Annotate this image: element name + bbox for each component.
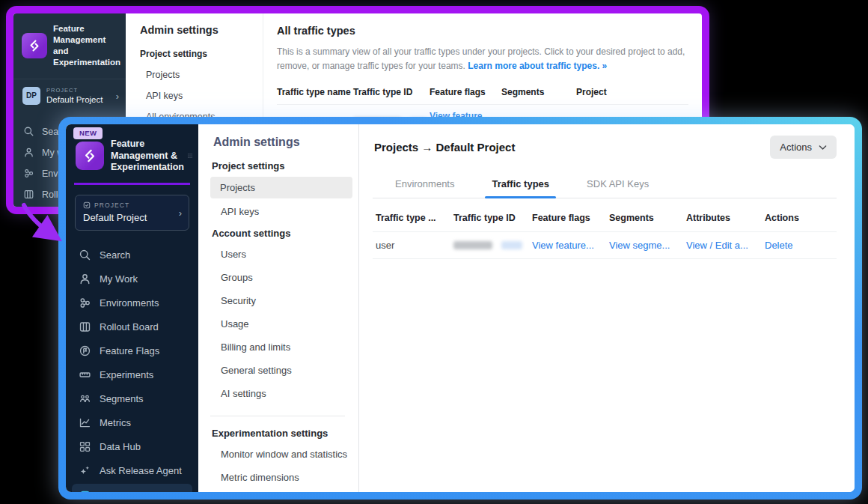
view-feature-flags-link[interactable]: View feature...: [532, 240, 609, 251]
back-project-selector[interactable]: DP PROJECT Default Project ›: [13, 79, 126, 112]
data-hub-icon: [79, 440, 91, 453]
project-initials-badge: DP: [22, 87, 40, 105]
chevron-right-icon: ›: [116, 90, 119, 101]
project-label: PROJECT: [46, 87, 103, 94]
sidebar-item-metrics[interactable]: Metrics: [66, 411, 198, 435]
admin-settings-title: Admin settings: [198, 136, 358, 149]
settings-item-general-settings[interactable]: General settings: [198, 359, 358, 382]
front-content-panel: Projects → Default Project Actions Envir…: [359, 124, 855, 492]
sidebar-item-segments[interactable]: Segments: [66, 387, 198, 411]
foreground-window-frame: NEW Feature Management & Experimentation…: [58, 117, 862, 500]
actions-button[interactable]: Actions: [770, 136, 837, 159]
new-badge: NEW: [73, 127, 103, 139]
tab-bar: Environments Traffic types SDK API Keys: [373, 171, 837, 198]
tab-sdk-api-keys[interactable]: SDK API Keys: [585, 171, 650, 198]
split-logo-icon: [76, 142, 104, 170]
section-account-settings: Account settings: [198, 223, 358, 243]
sidebar-item-ask-release-agent[interactable]: Ask Release Agent: [66, 459, 198, 483]
sidebar-item-rollout-board[interactable]: Rollout Board: [66, 315, 198, 339]
feature-flags-icon: [79, 344, 91, 357]
page-description: This is a summary view of all your traff…: [277, 45, 688, 73]
settings-item-groups[interactable]: Groups: [198, 266, 358, 289]
search-icon: [79, 249, 91, 261]
front-admin-settings-panel: Admin settings Project settings Projects…: [198, 124, 359, 492]
redacted-traffic-id: [453, 241, 532, 249]
traffic-type-name: user: [376, 240, 453, 251]
metrics-icon: [79, 416, 91, 429]
segments-icon: [79, 392, 91, 405]
rollout-board-icon: [79, 321, 91, 333]
app-title: Feature Management and Experimentation: [53, 23, 120, 68]
purple-divider: [74, 183, 190, 185]
settings-item-projects[interactable]: Projects: [126, 64, 263, 85]
settings-item-monitor-window[interactable]: Monitor window and statistics: [198, 443, 358, 466]
admin-settings-title: Admin settings: [126, 24, 263, 36]
chevron-right-icon: ›: [179, 207, 182, 218]
sidebar-item-environments[interactable]: Environments: [66, 291, 198, 315]
back-logo-row: Feature Management and Experimentation: [13, 13, 126, 76]
sidebar-item-experiments[interactable]: Experiments: [66, 363, 198, 387]
table-header-row: Traffic type ... Traffic type ID Feature…: [373, 208, 837, 231]
settings-item-security[interactable]: Security: [198, 289, 358, 312]
settings-item-api-keys[interactable]: API keys: [126, 85, 263, 106]
project-label: PROJECT: [94, 201, 129, 209]
project-name: Default Project: [83, 212, 181, 223]
environments-icon: [23, 168, 34, 179]
section-project-settings: Project settings: [126, 36, 263, 64]
table-row: user View feature... View segme... View …: [373, 231, 837, 259]
page-title: Projects → Default Project: [373, 136, 515, 154]
table-header-row: Traffic type name Traffic type ID Featur…: [277, 81, 688, 104]
annotation-arrow: [15, 199, 72, 247]
settings-item-ai-settings[interactable]: AI settings: [198, 382, 358, 405]
view-edit-attributes-link[interactable]: View / Edit a...: [686, 240, 765, 251]
search-icon: [23, 126, 34, 137]
section-experimentation-settings: Experimentation settings: [198, 416, 358, 443]
front-sidebar-nav: Search My Work Environments Rollout Boar…: [66, 243, 198, 492]
split-logo-icon: [22, 33, 47, 58]
delete-link[interactable]: Delete: [765, 240, 837, 251]
app-title: Feature Management & Experimentation: [111, 139, 181, 174]
user-icon: [79, 273, 91, 285]
page-title: All traffic types: [277, 25, 688, 37]
settings-item-users[interactable]: Users: [198, 243, 358, 266]
sidebar-item-feature-flags[interactable]: Feature Flags: [66, 339, 198, 363]
front-sidebar: NEW Feature Management & Experimentation…: [66, 124, 198, 492]
tab-traffic-types[interactable]: Traffic types: [490, 171, 551, 198]
sparkle-icon: [79, 464, 91, 477]
sidebar-item-fme-settings[interactable]: FME Settings: [72, 484, 192, 492]
learn-more-link[interactable]: Learn more about traffic types. »: [468, 61, 607, 71]
section-project-settings: Project settings: [198, 149, 358, 175]
fme-settings-icon: [79, 490, 91, 492]
project-name: Default Project: [46, 95, 103, 104]
settings-item-usage[interactable]: Usage: [198, 312, 358, 336]
environments-icon: [79, 297, 91, 309]
tab-environments[interactable]: Environments: [394, 171, 456, 198]
apps-grid-icon[interactable]: [188, 151, 192, 161]
user-icon: [23, 147, 34, 158]
chevron-down-icon: [819, 145, 827, 151]
traffic-types-table: Traffic type ... Traffic type ID Feature…: [373, 208, 837, 259]
settings-item-metric-dimensions[interactable]: Metric dimensions: [198, 466, 358, 489]
sidebar-item-data-hub[interactable]: Data Hub: [66, 435, 198, 459]
front-project-selector[interactable]: PROJECT Default Project ›: [75, 195, 189, 231]
foreground-window: NEW Feature Management & Experimentation…: [66, 124, 855, 492]
settings-item-api-keys[interactable]: API keys: [198, 200, 358, 223]
settings-item-billing-and-limits[interactable]: Billing and limits: [198, 336, 358, 359]
experiments-icon: [79, 368, 91, 381]
sidebar-item-search[interactable]: Search: [66, 243, 198, 267]
rollout-board-icon: [23, 189, 34, 200]
settings-item-projects[interactable]: Projects: [210, 177, 352, 198]
sidebar-item-my-work[interactable]: My Work: [66, 267, 198, 291]
project-icon: [83, 201, 91, 209]
view-segments-link[interactable]: View segme...: [609, 240, 686, 251]
